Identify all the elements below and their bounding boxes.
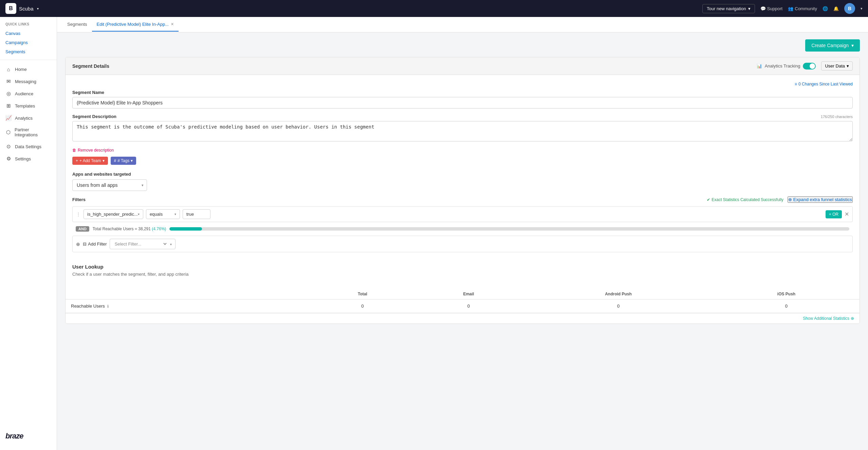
tab-segments[interactable]: Segments (62, 18, 92, 32)
plus-icon: + (76, 158, 78, 163)
tour-chevron-icon: ▾ (748, 6, 751, 11)
total-value: 0 (311, 299, 414, 313)
sidebar-item-partner-integrations[interactable]: ⬡ Partner Integrations (0, 124, 57, 140)
remove-description-button[interactable]: 🗑 Remove description (72, 148, 114, 153)
user-lookup-section: User Lookup Check if a user matches the … (72, 260, 853, 277)
brand-chevron-icon[interactable]: ▾ (37, 7, 39, 11)
card-title: Segment Details (72, 63, 109, 69)
analytics-tracking-toggle[interactable] (803, 63, 816, 70)
sidebar-item-data-settings[interactable]: ⊙ Data Settings (0, 140, 57, 153)
filter-select-wrapper: Select Filter... ▾ (110, 239, 176, 249)
add-team-button[interactable]: + + Add Team ▾ (72, 157, 108, 165)
col-ios-push: iOS Push (713, 289, 860, 299)
segment-description-row: Segment Description 176/250 characters (72, 114, 853, 142)
char-count: 176/250 characters (821, 115, 853, 119)
reachable-progress-bar (169, 227, 849, 231)
main-content: Segments Edit (Predictive Model) Elite I… (57, 17, 868, 450)
sidebar-item-templates[interactable]: ⊞ Templates (0, 100, 57, 112)
reachable-text: Total Reachable Users = 38,291 (4.76%) (93, 227, 166, 231)
filters-section: Filters ✔ Exact Statistics Calculated Su… (72, 196, 853, 252)
quick-link-campaigns[interactable]: Campaigns (0, 38, 57, 47)
tags-button[interactable]: # # Tags ▾ (111, 157, 136, 165)
segment-description-label: Segment Description (72, 114, 116, 119)
android-push-value: 0 (523, 299, 713, 313)
filter-row-inner: ⋮ is_high_spender_predic... ▾ equals ▾ (73, 207, 852, 222)
sidebar-item-analytics[interactable]: 📈 Analytics (0, 112, 57, 124)
select-filter-dropdown[interactable]: Select Filter... (113, 241, 168, 247)
apps-targeted-row: Apps and websites targeted Users from al… (72, 172, 853, 191)
user-lookup-title: User Lookup (72, 264, 853, 270)
messaging-icon: ✉ (5, 78, 12, 84)
filter-value-input[interactable] (183, 209, 210, 219)
support-button[interactable]: 💬 Support (760, 6, 783, 11)
tags-row: + + Add Team ▾ # # Tags ▾ (72, 157, 853, 165)
add-filter-row: ⊕ ⊟ Add Filter Select Filter... ▾ (72, 236, 853, 252)
top-nav: B Scuba ▾ Tour new navigation ▾ 💬 Suppor… (0, 0, 868, 17)
data-settings-icon: ⊙ (5, 143, 12, 150)
tab-edit-segment[interactable]: Edit (Predictive Model) Elite In-App... … (92, 18, 179, 32)
quick-link-canvas[interactable]: Canvas (0, 29, 57, 38)
community-button[interactable]: 👥 Community (788, 6, 817, 11)
page-footer: Show Additional Statistics ⊕ (66, 313, 860, 324)
changes-notice: ≡ 0 Changes Since Last Viewed (795, 82, 853, 86)
col-android-push: Android Push (523, 289, 713, 299)
community-icon: 👥 (788, 6, 793, 11)
filter-value-field[interactable] (186, 212, 207, 217)
tab-close-icon[interactable]: ✕ (171, 22, 174, 26)
segment-name-label: Segment Name (72, 90, 853, 95)
apps-targeted-select[interactable]: Users from all apps (72, 179, 147, 191)
create-campaign-chevron-icon: ▾ (851, 43, 854, 48)
analytics-tracking-icon: 📊 (757, 63, 762, 69)
sidebar-item-audience[interactable]: ◎ Audience (0, 87, 57, 100)
avatar-chevron-icon[interactable]: ▾ (861, 6, 863, 11)
description-header: Segment Description 176/250 characters (72, 114, 853, 119)
or-button[interactable]: + OR (826, 210, 842, 218)
segment-name-input[interactable] (72, 97, 853, 109)
info-icon[interactable]: ℹ (107, 304, 109, 308)
and-badge: AND (76, 226, 89, 232)
add-filter-button[interactable]: ⊟ Add Filter (83, 241, 107, 247)
op-chevron-icon: ▾ (174, 212, 176, 216)
notifications-button[interactable]: 🔔 (833, 6, 839, 11)
team-chevron-icon: ▾ (103, 158, 105, 163)
segment-details-card: Segment Details 📊 Analytics Tracking Use… (65, 57, 860, 324)
card-body: ≡ 0 Changes Since Last Viewed Segment Na… (66, 75, 860, 289)
create-campaign-button[interactable]: Create Campaign ▾ (805, 39, 860, 52)
plus-circle-icon: ⊕ (788, 197, 792, 202)
avatar[interactable]: B (844, 3, 855, 14)
sidebar-item-messaging[interactable]: ✉ Messaging (0, 75, 57, 87)
tour-nav-button[interactable]: Tour new navigation ▾ (702, 4, 755, 13)
templates-icon: ⊞ (5, 103, 12, 109)
quick-link-segments[interactable]: Segments (0, 47, 57, 56)
table-row: Reachable Users ℹ 0 0 0 0 (66, 299, 860, 313)
user-data-button[interactable]: User Data ▾ (821, 61, 853, 71)
sidebar-item-home[interactable]: ⌂ Home (0, 63, 57, 75)
filters-title: Filters (72, 197, 86, 202)
and-reachable-row: AND Total Reachable Users = 38,291 (4.76… (72, 224, 853, 234)
globe-icon-button[interactable]: 🌐 (823, 6, 828, 11)
top-nav-right: Tour new navigation ▾ 💬 Support 👥 Commun… (702, 3, 863, 14)
app-logo[interactable]: B (5, 3, 16, 14)
expand-stats-button[interactable]: ⊕ Expand extra funnel statistics (788, 196, 853, 203)
drag-handle-icon[interactable]: ⋮ (76, 212, 81, 217)
progress-bar-fill (169, 227, 202, 231)
filter-remove-button[interactable]: ✕ (845, 211, 849, 217)
sidebar-item-settings[interactable]: ⚙ Settings (0, 153, 57, 165)
tags-chevron-icon: ▾ (131, 158, 133, 163)
col-label (66, 289, 311, 299)
filters-actions: ✔ Exact Statistics Calculated Successful… (707, 196, 853, 203)
email-value: 0 (414, 299, 523, 313)
page-toolbar: Create Campaign ▾ (65, 39, 860, 52)
segment-description-input[interactable] (72, 121, 853, 141)
exact-stats-label: ✔ Exact Statistics Calculated Successful… (707, 197, 783, 202)
hash-icon: # (114, 158, 116, 163)
filter-field-dropdown[interactable]: is_high_spender_predic... ▾ (84, 209, 143, 219)
col-email: Email (414, 289, 523, 299)
add-filter-plus-icon[interactable]: ⊕ (76, 241, 80, 247)
show-additional-stats-button[interactable]: Show Additional Statistics ⊕ (803, 316, 854, 321)
trash-icon: 🗑 (72, 148, 76, 153)
partner-icon: ⬡ (5, 129, 11, 135)
filter-op-dropdown[interactable]: equals ▾ (146, 209, 180, 219)
changes-icon: ≡ (795, 82, 797, 86)
card-header-right: 📊 Analytics Tracking User Data ▾ (757, 61, 853, 71)
